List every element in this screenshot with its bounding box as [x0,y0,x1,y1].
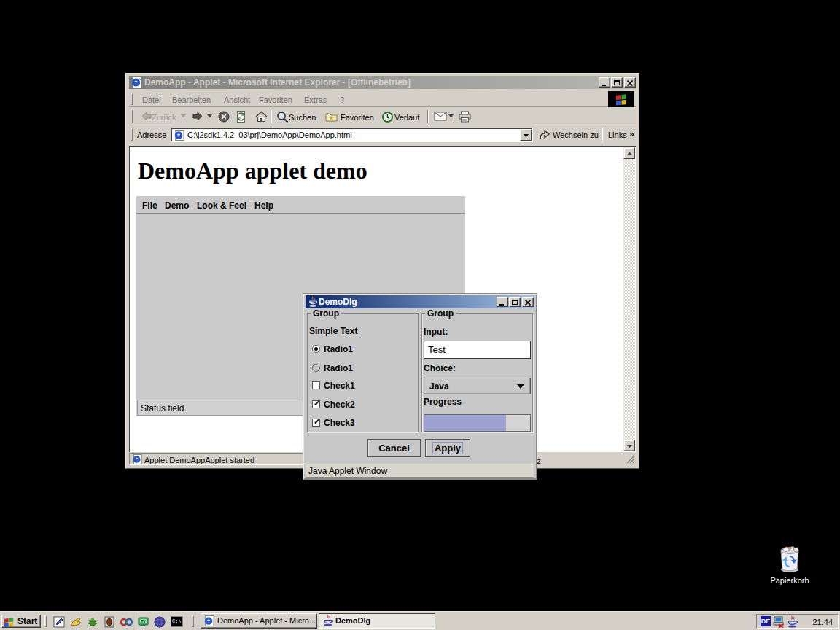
svg-text:TV: TV [141,619,146,623]
svg-text:C:\: C:\ [172,618,182,624]
